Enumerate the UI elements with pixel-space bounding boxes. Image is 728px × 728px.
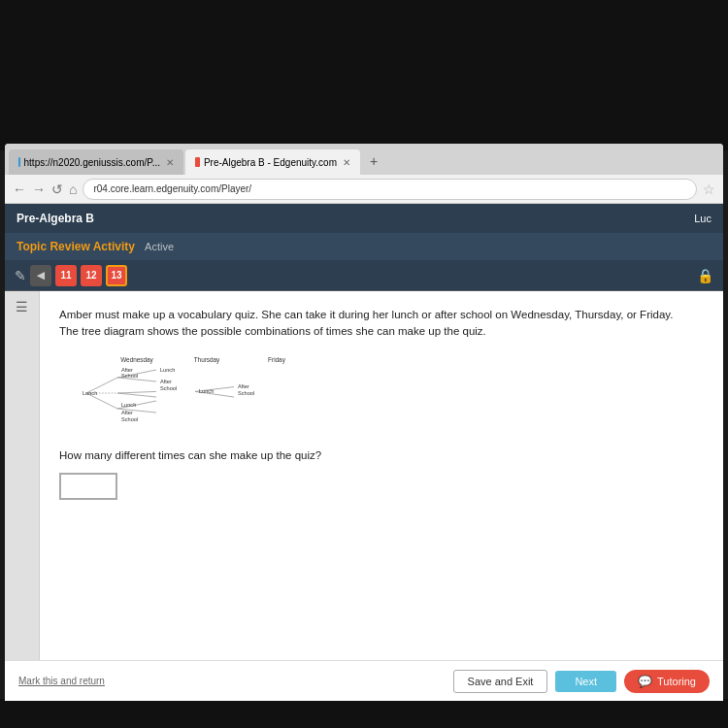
activity-title: Topic Review Activity: [17, 240, 135, 253]
forward-button[interactable]: →: [32, 182, 46, 197]
svg-text:Lunch: Lunch: [160, 366, 175, 372]
svg-text:School: School: [238, 389, 254, 395]
problem-description: Amber must make up a vocabulary quiz. Sh…: [59, 307, 704, 341]
tab-bar: https://n2020.geniussis.com/P... ✕ Pre-A…: [5, 144, 723, 175]
save-exit-button[interactable]: Save and Exit: [453, 670, 548, 693]
sidebar-menu-icon[interactable]: ☰: [16, 299, 28, 314]
bottom-buttons: Save and Exit Next 💬 Tutoring: [453, 670, 710, 693]
tab-edgenuity[interactable]: Pre-Algebra B - Edgenuity.com ✕: [185, 149, 360, 175]
edit-icon[interactable]: ✎: [15, 268, 26, 283]
svg-text:Lunch: Lunch: [199, 388, 214, 394]
svg-text:After: After: [160, 379, 172, 384]
svg-text:School: School: [160, 384, 177, 390]
svg-line-10: [117, 391, 156, 393]
svg-text:Thursday: Thursday: [194, 356, 220, 364]
app-user: Luc: [694, 213, 711, 224]
svg-text:School: School: [121, 373, 138, 379]
svg-line-11: [117, 393, 156, 397]
lock-icon[interactable]: 🔒: [697, 268, 713, 283]
tab-favicon-2: [195, 157, 200, 167]
tab-label-1: https://n2020.geniussis.com/P...: [24, 157, 160, 168]
address-bar: ← → ↺ ⌂ ☆: [5, 175, 723, 204]
address-input[interactable]: [83, 179, 697, 200]
tab-close-1[interactable]: ✕: [166, 157, 174, 168]
next-button[interactable]: Next: [555, 671, 616, 692]
app-content: Pre-Algebra B Luc Topic Review Activity …: [5, 204, 723, 701]
page-12-button[interactable]: 12: [81, 265, 102, 286]
page-13-button[interactable]: 13: [106, 265, 127, 286]
page-11-button[interactable]: 11: [55, 265, 77, 286]
tutoring-button[interactable]: 💬 Tutoring: [624, 670, 710, 693]
svg-text:Lunch: Lunch: [83, 389, 97, 395]
tree-svg: Wednesday Thursday Friday: [59, 354, 331, 432]
new-tab-button[interactable]: +: [362, 149, 385, 173]
tutoring-label: Tutoring: [657, 676, 696, 687]
answer-input[interactable]: [59, 473, 117, 500]
refresh-button[interactable]: ↺: [51, 182, 63, 197]
home-button[interactable]: ⌂: [69, 182, 77, 197]
svg-text:School: School: [121, 415, 138, 421]
svg-text:After: After: [121, 366, 133, 372]
tutoring-icon: 💬: [638, 675, 652, 688]
sidebar: ☰: [5, 291, 40, 660]
status-badge: Active: [145, 241, 174, 252]
tab-favicon-1: [18, 157, 20, 167]
mark-return-link[interactable]: Mark this and return: [18, 676, 105, 686]
back-button[interactable]: ←: [13, 182, 26, 197]
svg-text:After: After: [238, 383, 249, 389]
sub-header: Topic Review Activity Active: [5, 233, 723, 260]
question-text: How many different times can she make up…: [59, 449, 704, 461]
toolbar: ✎ ◀ 11 12 13 🔒: [5, 260, 723, 291]
bookmark-icon[interactable]: ☆: [703, 182, 715, 197]
svg-text:Friday: Friday: [268, 356, 286, 364]
content-panel: Amber must make up a vocabulary quiz. Sh…: [40, 291, 723, 660]
svg-text:Lunch: Lunch: [121, 402, 136, 408]
svg-text:Wednesday: Wednesday: [120, 356, 153, 364]
prev-page-button[interactable]: ◀: [30, 265, 51, 286]
svg-text:After: After: [121, 410, 133, 415]
tree-diagram: Wednesday Thursday Friday: [59, 354, 704, 434]
app-title: Pre-Algebra B: [17, 212, 94, 225]
bottom-bar: Mark this and return Save and Exit Next …: [5, 660, 723, 701]
app-header: Pre-Algebra B Luc: [5, 204, 723, 233]
main-area: ☰ Amber must make up a vocabulary quiz. …: [5, 291, 723, 660]
tab-geniussis[interactable]: https://n2020.geniussis.com/P... ✕: [9, 149, 183, 175]
tab-close-2[interactable]: ✕: [343, 157, 350, 168]
tab-label-2: Pre-Algebra B - Edgenuity.com: [204, 157, 337, 168]
